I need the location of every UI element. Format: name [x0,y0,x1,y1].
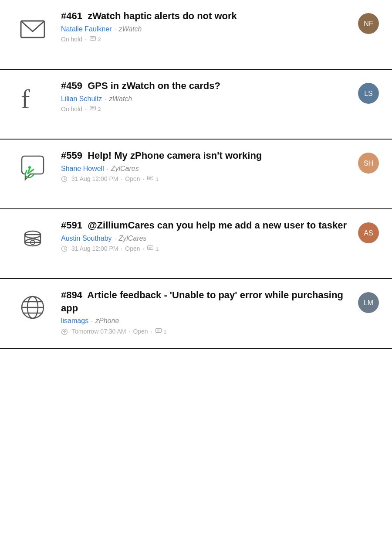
ticket-meta: 31 Aug 12:00 PM · Open · 1 [61,175,349,183]
channel-icon-wrap [13,219,52,255]
ticket-product: ZylCares [118,235,146,242]
ticket-title: #894 Article feedback - 'Unable to pay' … [61,289,349,314]
channel-icon-wrap [13,289,52,324]
svg-text:LM: LM [364,299,373,307]
phone-icon [17,222,48,255]
chat-icon [17,153,48,185]
ticket-requester[interactable]: Shane Howell [61,165,104,173]
clock-icon [61,175,69,183]
clock-icon [61,327,69,335]
ticket-avatar: SH [358,153,379,174]
requester-dot: · [107,165,108,172]
requester-dot: · [115,26,116,33]
svg-text:SH: SH [364,160,373,167]
ticket-time: 31 Aug 12:00 PM [71,175,118,182]
separator2: · [143,175,145,182]
ticket-comments: 1 [147,245,158,252]
facebook-icon: f [17,83,48,115]
ticket-avatar: NF [358,13,379,34]
ticket-comments: 2 [89,106,101,112]
ticket-status: On hold [61,106,82,112]
ticket-content: #461 zWatch haptic alerts do not work Na… [61,10,349,43]
channel-icon-wrap [13,149,52,185]
ticket-comments: 1 [147,175,158,182]
ticket-product: zWatch [118,25,142,33]
ticket-requester[interactable]: lisamags [61,317,88,325]
ticket-requester[interactable]: Lilian Schultz [61,95,102,103]
ticket-title: #559 Help! My zPhone camera isn't workin… [61,149,349,162]
ticket-title: #459 GPS in zWatch on the cards? [61,79,349,92]
ticket-requester-line: Natalie Faulkner · zWatch [61,25,349,33]
ticket-content: #591 @ZilliumCares can you help me add a… [61,219,349,252]
ticket-avatar: LS [358,83,379,104]
separator: · [121,245,122,252]
separator2: · [151,328,152,335]
svg-text:NF: NF [364,20,373,27]
ticket-time: 31 Aug 12:00 PM [71,245,118,252]
ticket-item[interactable]: #894 Article feedback - 'Unable to pay' … [0,279,392,349]
channel-icon-wrap: f [13,79,52,115]
svg-rect-7 [90,106,96,110]
svg-line-15 [64,179,66,180]
ticket-requester-line: lisamags · zPhone [61,317,349,325]
ticket-product: ZylCares [111,165,139,173]
svg-text:AS: AS [364,229,373,237]
ticket-comments: 2 [89,36,101,43]
ticket-content: #459 GPS in zWatch on the cards? Lilian … [61,79,349,112]
svg-rect-16 [148,176,153,180]
ticket-product: zPhone [95,317,119,325]
ticket-requester-line: Austin Southaby · ZylCares [61,235,349,242]
separator: · [129,328,131,335]
ticket-meta: Tomorrow 07:30 AM · Open · 1 [61,327,349,335]
requester-dot: · [91,317,93,324]
requester-dot: · [105,95,106,102]
separator2: · [143,245,145,252]
svg-rect-40 [155,329,161,333]
ticket-avatar: AS [358,222,379,243]
ticket-status: Open [125,175,140,182]
ticket-meta: On hold · 2 [61,106,349,112]
channel-icon-wrap [13,10,52,45]
ticket-avatar: LM [358,292,379,313]
web-icon [17,292,48,324]
ticket-item[interactable]: #591 @ZilliumCares can you help me add a… [0,209,392,279]
ticket-meta: 31 Aug 12:00 PM · Open · 1 [61,245,349,252]
ticket-list: #461 zWatch haptic alerts do not work Na… [0,0,392,349]
ticket-item[interactable]: f #459 GPS in zWatch on the cards? Lilia… [0,70,392,140]
svg-rect-1 [90,36,96,40]
ticket-meta: On hold · 2 [61,36,349,43]
ticket-status: Open [133,328,148,335]
requester-dot: · [115,235,116,242]
ticket-title: #461 zWatch haptic alerts do not work [61,10,349,23]
svg-text:LS: LS [364,90,373,97]
ticket-requester[interactable]: Natalie Faulkner [61,25,112,33]
ticket-status: On hold [61,36,82,43]
ticket-content: #559 Help! My zPhone camera isn't workin… [61,149,349,182]
separator: · [85,106,87,112]
svg-point-12 [28,166,31,169]
separator: · [121,175,122,182]
svg-line-27 [64,249,66,250]
ticket-item[interactable]: #461 zWatch haptic alerts do not work Na… [0,0,392,70]
ticket-status: Open [125,245,140,252]
separator: · [85,36,87,43]
ticket-comments: 1 [155,328,166,335]
ticket-requester-line: Lilian Schultz · zWatch [61,95,349,103]
svg-text:f: f [21,84,30,113]
ticket-requester[interactable]: Austin Southaby [61,235,112,242]
ticket-title: #591 @ZilliumCares can you help me add a… [61,219,349,232]
clock-icon [61,245,69,252]
ticket-content: #894 Article feedback - 'Unable to pay' … [61,289,349,335]
ticket-requester-line: Shane Howell · ZylCares [61,165,349,173]
ticket-item[interactable]: #559 Help! My zPhone camera isn't workin… [0,140,392,209]
svg-rect-28 [148,246,153,250]
ticket-time: Tomorrow 07:30 AM [72,328,126,335]
email-icon [17,13,48,45]
ticket-product: zWatch [109,95,132,103]
